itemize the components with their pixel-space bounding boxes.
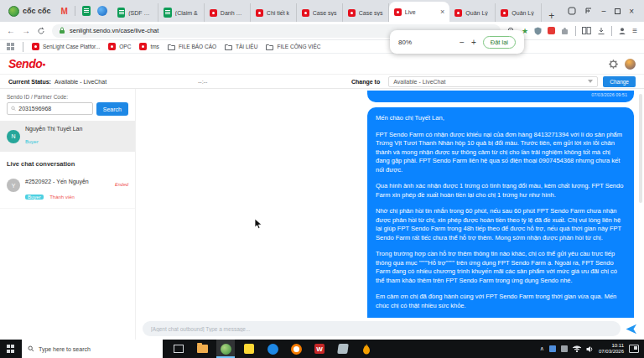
ended-badge: Ended	[115, 182, 128, 187]
taskbar-clock[interactable]: 10:11 07/03/2026	[599, 343, 624, 355]
message-input[interactable]	[143, 321, 621, 336]
change-button[interactable]: Change	[603, 76, 636, 87]
message-paragraph: Trong trường hợp cần hỗ trợ thêm thông t…	[376, 250, 626, 285]
message-paragraph: Mến chào chị Tuyết Lan,	[376, 114, 626, 123]
apps-grid-icon[interactable]	[7, 43, 14, 50]
sendo-favicon	[348, 9, 356, 17]
task-view-icon[interactable]	[169, 340, 188, 358]
taskbar-apps: W	[163, 340, 382, 358]
tab-case-sys-1[interactable]: Case sys	[297, 3, 343, 22]
secure-lock-icon[interactable]	[59, 27, 65, 34]
shield-icon[interactable]	[534, 27, 542, 35]
blue-app-pinned-icon[interactable]	[97, 6, 107, 16]
tab-danh-sach[interactable]: Danh sác	[205, 3, 251, 22]
sendo-favicon	[501, 9, 508, 17]
zoom-level: 80%	[398, 39, 412, 46]
split-view-icon[interactable]	[582, 27, 591, 34]
tab-claim[interactable]: (Claim &	[158, 3, 205, 22]
minimize-button[interactable]: −	[601, 7, 606, 16]
sheets-pinned-icon[interactable]	[82, 6, 91, 16]
status-select[interactable]: Available - LiveChat	[388, 76, 598, 87]
tab-quan-ly-2[interactable]: Quản Lý	[496, 3, 542, 22]
sendo-favicon	[302, 9, 309, 17]
browser-tab-bar: cốc cốc M (SDF Cus (Claim & Danh sác Chi…	[0, 0, 644, 22]
conversation-item[interactable]: Y #2520922 - Yến Nguyễn Buyer Thành viên…	[0, 174, 135, 209]
coccoc-taskbar-icon[interactable]	[216, 340, 235, 358]
chat-scrollbar[interactable]	[639, 94, 642, 203]
bookmark-opc[interactable]: OPC	[108, 43, 131, 50]
sticky-notes-icon[interactable]	[240, 340, 258, 358]
sendo-logo[interactable]: Sendo	[8, 57, 42, 70]
close-window-button[interactable]: ×	[629, 7, 634, 16]
system-tray: ∧ 10:11 07/03/2026	[535, 340, 644, 358]
tab-sdf-cus[interactable]: (SDF Cus	[112, 3, 158, 22]
w-app-icon[interactable]: W	[310, 340, 329, 358]
url-text: senlight.sendo.vn/case/live-chat	[70, 27, 158, 34]
menu-icon[interactable]: ≡	[632, 26, 637, 35]
zoom-out-button[interactable]: −	[460, 38, 465, 47]
search-button[interactable]: Search	[96, 102, 128, 116]
sendo-favicon	[256, 9, 263, 17]
back-icon[interactable]: ←	[7, 26, 15, 35]
divider	[611, 26, 612, 36]
forward-icon[interactable]: →	[22, 26, 30, 35]
new-tab-button[interactable]: +	[542, 10, 561, 22]
network-icon[interactable]	[573, 345, 581, 352]
taskbar-search[interactable]: Type here to search	[22, 340, 163, 358]
restore-button[interactable]	[615, 8, 621, 14]
profile-icon[interactable]	[618, 27, 626, 35]
tab-strip: (SDF Cus (Claim & Danh sác Chi tiết k Ca…	[112, 0, 561, 22]
tab-close-icon[interactable]: ×	[440, 8, 444, 16]
file-explorer-icon[interactable]	[193, 340, 211, 358]
tab-case-sys-2[interactable]: Case sys	[343, 3, 389, 22]
notification-center-icon[interactable]	[629, 345, 639, 353]
current-status-label: Current Status:	[8, 79, 51, 85]
sendo-extension-icon[interactable]	[548, 27, 555, 34]
partner-search-row: Search	[0, 102, 135, 121]
settings-gear-icon[interactable]	[609, 60, 618, 69]
partner-code-label: Sendo ID / Partner Code:	[0, 94, 135, 102]
reload-icon[interactable]	[37, 27, 45, 35]
start-button[interactable]	[0, 340, 22, 358]
zoom-reset-button[interactable]: Đặt lại	[483, 36, 516, 49]
message-composer	[136, 318, 644, 340]
sendo-favicon	[210, 9, 217, 17]
bookmark-folder-cong-viec[interactable]: FILE CÔNG VIỆC	[266, 44, 320, 50]
tray-chevron-icon[interactable]: ∧	[540, 345, 544, 352]
tab-search-icon[interactable]	[568, 7, 576, 15]
chat-message-area[interactable]: 07/03/2026 09:51 Mến chào chị Tuyết Lan,…	[136, 89, 644, 318]
tray-app-icon[interactable]	[549, 345, 556, 352]
coccoc-brand[interactable]: cốc cốc	[3, 6, 56, 17]
bookmark-senlight[interactable]: SenLight Case Platfor...	[32, 43, 100, 50]
send-icon[interactable]	[626, 324, 637, 335]
customer-result-item[interactable]: N Nguyễn Thị Tuyết Lan Buyer	[0, 121, 135, 152]
partner-code-input[interactable]	[18, 106, 89, 112]
customer-name: Nguyễn Thị Tuyết Lan	[25, 126, 82, 132]
tab-chi-tiet[interactable]: Chi tiết k	[251, 3, 297, 22]
sendo-favicon	[394, 8, 402, 16]
zoom-in-button[interactable]: +	[471, 38, 476, 47]
window-controls: − ×	[561, 7, 641, 16]
sidebar: Sendo ID / Partner Code: Search N Nguyễn…	[0, 89, 136, 340]
zalo-icon[interactable]	[263, 340, 282, 358]
gmail-icon[interactable]: M	[61, 7, 68, 16]
gray-app-icon[interactable]	[334, 340, 352, 358]
tab-quan-ly-1[interactable]: Quản Lý	[449, 3, 496, 22]
bookmark-folder-bao-cao[interactable]: FILE BÁO CÁO	[168, 44, 216, 50]
status-timer: --:--	[198, 79, 207, 85]
address-bar-row: ← → senlight.sendo.vn/case/live-chat ★ ≡	[0, 22, 644, 40]
bookmark-tms[interactable]: tms	[139, 43, 158, 50]
search-icon	[28, 345, 34, 352]
extensions-puzzle-icon[interactable]	[561, 27, 569, 35]
speaker-icon[interactable]	[586, 345, 594, 353]
user-avatar[interactable]	[625, 59, 636, 70]
send-to-device-icon[interactable]	[584, 7, 593, 15]
orange-ring-app-icon[interactable]	[287, 340, 305, 358]
mouse-cursor	[254, 218, 263, 230]
flame-app-icon[interactable]	[357, 340, 376, 358]
bookmark-folder-tai-lieu[interactable]: TÀI LIỆU	[225, 44, 257, 50]
tab-live-active[interactable]: Live ×	[389, 2, 450, 22]
download-icon[interactable]	[597, 27, 605, 35]
zoom-popup: 80% − + Đặt lại	[390, 30, 524, 54]
keyboard-layout-icon[interactable]	[561, 345, 568, 352]
